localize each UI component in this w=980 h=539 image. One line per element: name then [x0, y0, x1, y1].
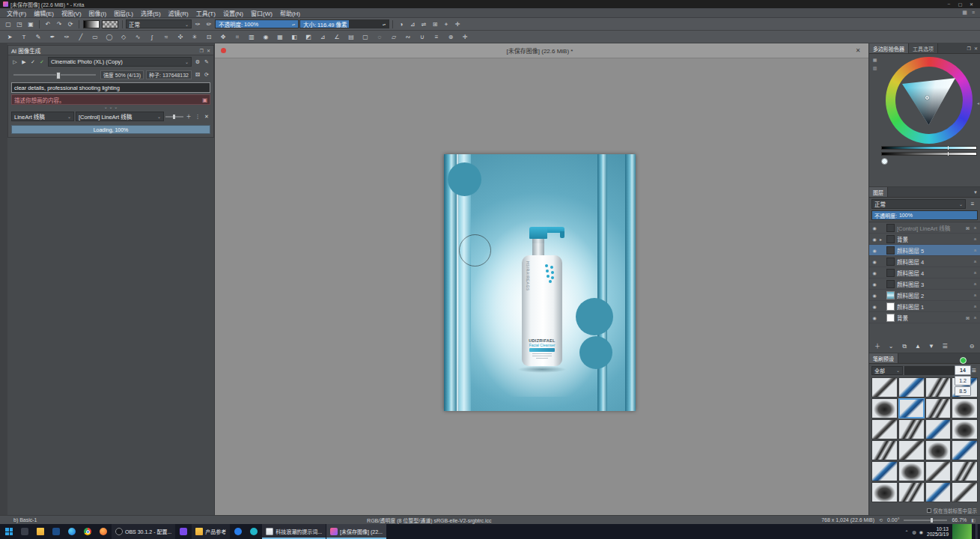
text-tool[interactable]: T: [17, 32, 31, 42]
duplicate-layer-icon[interactable]: ⧉: [899, 341, 910, 351]
explorer-window-button[interactable]: 产品参考: [192, 524, 230, 539]
spinner-arrows-icon[interactable]: ▴▾: [292, 23, 295, 25]
control-type-select[interactable]: LineArt 线稿 ⌄: [11, 112, 74, 121]
shade-selector-arrow-icon[interactable]: ◂: [977, 100, 979, 106]
brush-size-spinbox[interactable]: 大小: 116.49 像素 ▴▾: [299, 19, 389, 28]
selection-display-icon[interactable]: ◧: [971, 517, 976, 523]
enclose-fill-tool[interactable]: ◩: [302, 32, 315, 42]
edge-icon[interactable]: [64, 524, 79, 539]
add-layer-icon[interactable]: ＋: [872, 341, 883, 351]
menu-item[interactable]: 图层(L): [110, 9, 137, 17]
brush-presets-tab[interactable]: 笔刷预设: [869, 353, 898, 363]
seed-value[interactable]: 种子: 137648132: [146, 70, 192, 79]
freehand-path-tool[interactable]: ≈: [159, 32, 173, 42]
pattern-tool[interactable]: ▦: [273, 32, 287, 42]
document-close-icon[interactable]: ✕: [853, 47, 862, 54]
menu-item[interactable]: 视图(V): [58, 9, 85, 17]
ellipse-tool[interactable]: ◯: [103, 32, 116, 42]
hue-ring[interactable]: [886, 57, 973, 144]
gradient-swatch[interactable]: [83, 20, 100, 28]
minimize-button[interactable]: –: [943, 1, 955, 7]
control-menu-icon[interactable]: ⋮: [194, 112, 201, 121]
freehand-select-tool[interactable]: ∾: [401, 32, 415, 42]
color-sampler-tool[interactable]: ◉: [259, 32, 273, 42]
layer-alpha-icon[interactable]: a: [973, 237, 978, 241]
brush-preset[interactable]: [952, 461, 978, 481]
strength-slider[interactable]: [13, 74, 96, 76]
app-purple-icon[interactable]: [176, 524, 191, 539]
wraparound-icon[interactable]: ⊞: [430, 19, 440, 29]
layer-visibility-icon[interactable]: ◉: [871, 259, 877, 264]
rotation-icon[interactable]: ⊿: [407, 19, 418, 29]
file-explorer-icon[interactable]: [33, 524, 48, 539]
hud-value[interactable]: 14: [955, 365, 971, 375]
similar-select-tool[interactable]: ≡: [430, 32, 443, 42]
layers-tab[interactable]: 图层: [869, 187, 888, 197]
settings-gear-icon[interactable]: ⚙: [194, 57, 201, 67]
move-layer-down-icon[interactable]: ▼: [926, 341, 937, 351]
apply-all-icon[interactable]: ✓: [38, 57, 46, 67]
ai-docker-header[interactable]: AI 图像生成 ❐✕: [8, 46, 213, 55]
dynamic-brush-tool[interactable]: ✣: [174, 32, 187, 42]
transform-tool[interactable]: ⊡: [202, 32, 216, 42]
generate-all-icon[interactable]: ▶: [20, 57, 28, 67]
fill-tool[interactable]: ◧: [287, 32, 301, 42]
layer-alpha-icon[interactable]: a: [973, 270, 978, 275]
generate-icon[interactable]: ▷: [11, 57, 19, 67]
颜料图层 4[interactable]: ◉ ▸ 颜料图层 4 ⊠ a: [869, 267, 980, 278]
rectangle-tool[interactable]: ▭: [88, 32, 102, 42]
zoom-slider[interactable]: [904, 520, 947, 521]
颜料图层 5[interactable]: ◉ ▸ 颜料图层 5 ⊠ a: [869, 245, 980, 256]
layer-alpha-icon[interactable]: a: [973, 315, 978, 320]
show-desktop-button[interactable]: [976, 524, 978, 539]
menu-item[interactable]: 选择(S): [137, 9, 165, 17]
tray-volume-icon[interactable]: ◉: [919, 529, 923, 535]
multibrush-tool[interactable]: ✳: [188, 32, 201, 42]
move-tool[interactable]: ✥: [216, 32, 230, 42]
menu-item[interactable]: 编辑(E): [30, 9, 58, 17]
docker-tab[interactable]: 工具选项: [909, 43, 938, 53]
search-button[interactable]: [17, 524, 32, 539]
select-shapes-tool[interactable]: ➤: [3, 32, 16, 42]
undo-icon[interactable]: ↶: [43, 19, 53, 29]
menu-item[interactable]: 帮助(H): [276, 9, 304, 17]
line-tool[interactable]: ╱: [74, 32, 88, 42]
tray-chevron-icon[interactable]: ⌃: [905, 529, 909, 535]
refresh-seed-icon[interactable]: ⟳: [203, 70, 210, 79]
brush-preset[interactable]: [871, 461, 898, 481]
reload-original-icon[interactable]: ⟳: [65, 19, 76, 29]
assistants-tool[interactable]: ⊿: [316, 32, 329, 42]
layer-alpha-icon[interactable]: a: [973, 304, 978, 308]
chrome-icon[interactable]: [80, 524, 95, 539]
new-image-icon[interactable]: ▢: [3, 19, 13, 29]
ai-style-preset-select[interactable]: Cinematic Photo (XL) (Copy) ⌄: [48, 57, 192, 67]
layer-alpha-icon[interactable]: a: [973, 259, 978, 264]
control-layer-select[interactable]: [Control] LineArt 线稿 ⌄: [76, 112, 164, 121]
zoom-tool[interactable]: ⊕: [444, 32, 457, 42]
collapse-handle[interactable]: ⌄ ⌄ ⌄: [8, 105, 213, 110]
layer-visibility-icon[interactable]: ◉: [871, 281, 877, 287]
hud-value[interactable]: 8.5: [955, 386, 971, 396]
背景[interactable]: ◉ ▸ 背景 ⊠ a: [869, 312, 980, 323]
app-teal-icon[interactable]: [246, 524, 261, 539]
pan-icon[interactable]: ✛: [452, 19, 463, 29]
selector-settings-icon[interactable]: ▥: [873, 65, 877, 70]
apply-icon[interactable]: ✓: [29, 57, 37, 67]
document-tab-title[interactable]: [未保存图像] (22.6 MiB) *: [226, 46, 853, 55]
layer-visibility-icon[interactable]: ◉: [871, 248, 877, 253]
brush-preset[interactable]: [952, 440, 978, 460]
spinner-arrows-icon[interactable]: ▴▾: [383, 23, 386, 25]
open-image-icon[interactable]: ◳: [14, 19, 25, 29]
layer-opacity-slider[interactable]: 不透明度: 100%: [871, 210, 978, 220]
pattern-swatch[interactable]: [102, 20, 118, 28]
polygon-tool[interactable]: ◇: [117, 32, 130, 42]
maximize-button[interactable]: ▢: [955, 1, 966, 7]
value-slider[interactable]: [881, 152, 977, 156]
prompt-options-icon[interactable]: ▣: [202, 97, 207, 103]
bezier-tool[interactable]: ʃ: [145, 32, 159, 42]
layer-properties-icon[interactable]: ☰: [940, 341, 950, 351]
pan-tool[interactable]: ✛: [458, 32, 472, 42]
layer-visibility-icon[interactable]: ◉: [871, 237, 877, 242]
hud-value[interactable]: 1.2: [955, 376, 971, 386]
app-grid-icon[interactable]: [49, 524, 64, 539]
